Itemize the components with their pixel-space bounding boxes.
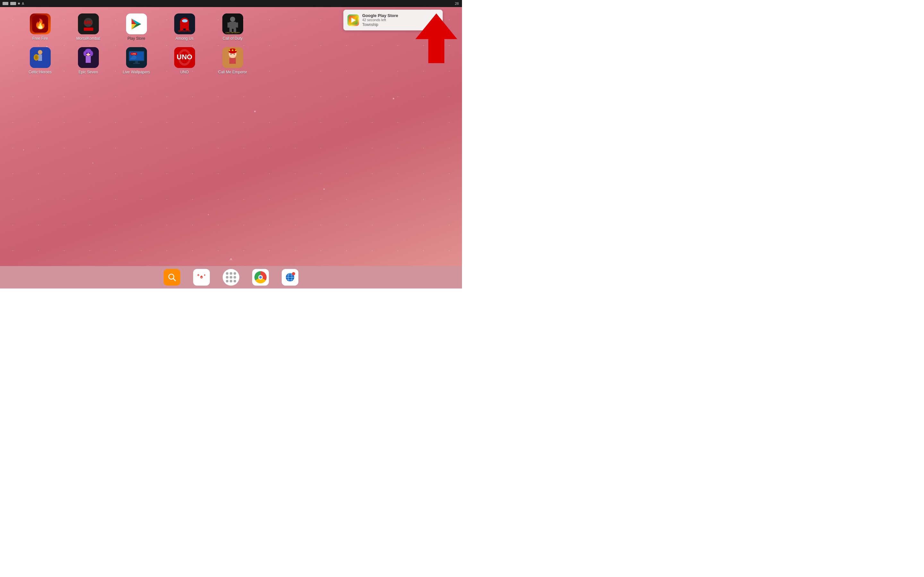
svg-text:UNO: UNO	[176, 53, 192, 61]
free-fire-icon: 🔥	[30, 13, 51, 34]
app-among-us[interactable]: AMONG US Among Us	[170, 13, 199, 41]
svg-rect-20	[228, 23, 230, 27]
call-me-emperor-icon	[222, 47, 243, 68]
mortal-kombat-img: MK	[78, 13, 99, 34]
mortal-kombat-label: MortalKombat	[76, 36, 100, 41]
play-store-icon	[126, 13, 147, 34]
call-of-duty-icon: CALL OF DUTY	[222, 13, 243, 34]
dock-chrome[interactable]	[252, 269, 269, 285]
search-icon	[167, 272, 177, 282]
wallpaper-dot	[323, 189, 325, 190]
call-me-emperor-img	[222, 47, 243, 68]
dock-app-drawer[interactable]	[223, 269, 239, 285]
svg-point-58	[230, 54, 231, 55]
apps-dots-grid	[225, 271, 237, 284]
svg-point-36	[86, 53, 87, 54]
call-of-duty-img: CALL OF DUTY	[222, 13, 243, 34]
dot	[230, 276, 232, 279]
call-of-duty-label: Call of Duty	[223, 36, 242, 41]
epic-seven-icon	[78, 47, 99, 68]
play-store-notification-icon	[349, 16, 358, 25]
svg-rect-35	[86, 56, 91, 63]
among-us-icon: AMONG US	[174, 13, 195, 34]
among-us-img: AMONG US	[176, 15, 192, 33]
dock-browser[interactable]	[282, 269, 298, 285]
arrow-indicator	[415, 13, 457, 64]
svg-rect-46	[133, 63, 140, 64]
dot	[226, 276, 228, 279]
call-me-emperor-label: Call Me Emperor	[218, 70, 247, 74]
svg-point-59	[234, 54, 234, 55]
svg-line-61	[173, 279, 176, 281]
uno-icon: UNO	[174, 47, 195, 68]
live-wallpapers-label: Live Wallpapers	[123, 70, 150, 74]
red-arrow-svg	[415, 13, 457, 63]
svg-text:AMONG US: AMONG US	[178, 30, 191, 32]
dock-search[interactable]	[164, 269, 180, 285]
app-live-wallpapers[interactable]: LIVE Live Wallpapers	[122, 47, 151, 74]
notification-icon: A	[22, 2, 24, 5]
svg-point-37	[89, 53, 90, 54]
svg-text:LIVE: LIVE	[132, 53, 136, 55]
svg-rect-19	[229, 22, 236, 29]
globe-icon	[284, 271, 296, 284]
chrome-icon	[254, 271, 267, 284]
app-mortal-kombat[interactable]: MK MortalKombat	[74, 13, 103, 41]
media-play-icon	[10, 2, 16, 5]
svg-point-33	[83, 51, 87, 56]
dot	[230, 272, 232, 275]
play-store-label: Play Store	[128, 36, 145, 41]
status-bar: A 28	[0, 0, 462, 7]
status-time: 28	[455, 2, 459, 5]
svg-text:MK: MK	[84, 20, 92, 25]
svg-point-72	[292, 272, 295, 276]
svg-text:🔥: 🔥	[34, 18, 47, 30]
dot	[234, 280, 236, 282]
app-row-2: Celtic Heroes	[26, 47, 436, 74]
svg-marker-2	[415, 13, 457, 63]
wallpaper-dot	[208, 214, 209, 215]
celtic-heroes-img	[30, 47, 51, 68]
free-fire-label: Free Fire	[32, 36, 48, 41]
wifi-icon	[18, 3, 20, 5]
svg-point-29	[35, 55, 38, 60]
uno-img: UNO	[174, 47, 195, 68]
svg-rect-57	[229, 58, 236, 64]
app-uno[interactable]: UNO UNO	[170, 47, 199, 74]
live-wallpapers-img: LIVE	[126, 47, 147, 68]
app-call-me-emperor[interactable]: Call Me Emperor	[218, 47, 247, 74]
dock-solitaire[interactable]: ♠ ♣ ♦	[193, 269, 210, 285]
live-wallpapers-icon: LIVE	[126, 47, 147, 68]
wallpaper-dot	[393, 98, 394, 99]
svg-point-15	[182, 19, 188, 23]
solitaire-icon: ♠ ♣ ♦	[196, 271, 207, 283]
svg-text:♦: ♦	[204, 273, 205, 277]
notification-app-icon	[347, 15, 359, 26]
dot	[234, 276, 236, 279]
wallpaper-dot	[92, 163, 94, 163]
app-free-fire[interactable]: 🔥 Free Fire	[26, 13, 55, 41]
svg-point-18	[230, 17, 235, 22]
dot	[226, 280, 228, 282]
app-epic-seven[interactable]: Epic Seven	[74, 47, 103, 74]
dot	[230, 280, 232, 282]
svg-rect-45	[135, 61, 138, 63]
dot	[226, 272, 228, 275]
uno-label: UNO	[180, 70, 189, 74]
app-call-of-duty[interactable]: CALL OF DUTY Call of Duty	[218, 13, 247, 41]
home-screen: Google Play Store 42 seconds left Townsh…	[0, 7, 462, 266]
svg-point-34	[90, 51, 93, 56]
app-celtic-heroes[interactable]: Celtic Heroes	[26, 47, 55, 74]
status-icons: A	[3, 2, 24, 5]
celtic-heroes-label: Celtic Heroes	[29, 70, 52, 74]
chrome-inner-circle	[258, 275, 263, 279]
svg-text:♣: ♣	[197, 273, 200, 277]
bottom-bar: ♠ ♣ ♦	[0, 266, 462, 288]
mortal-kombat-icon: MK	[78, 13, 99, 34]
media-prev-icon	[3, 2, 8, 5]
app-play-store[interactable]: Play Store	[122, 13, 151, 41]
svg-text:CALL OF DUTY: CALL OF DUTY	[226, 32, 240, 34]
svg-rect-8	[84, 27, 94, 31]
wallpaper-dot	[254, 111, 256, 112]
swipe-up-indicator: ^	[230, 258, 232, 263]
